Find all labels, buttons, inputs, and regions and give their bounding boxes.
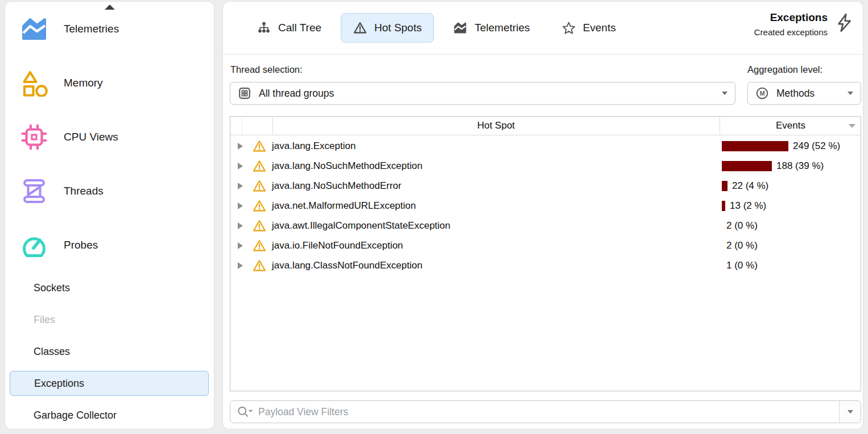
expand-arrow-icon[interactable] xyxy=(238,222,243,229)
sidebar-item-label: Sockets xyxy=(34,282,70,294)
thread-selection-label: Thread selection: xyxy=(230,64,303,75)
hotspot-name: java.lang.NoSuchMethodError xyxy=(272,180,402,192)
column-header-events[interactable]: Events xyxy=(720,117,862,135)
expand-arrow-icon[interactable] xyxy=(238,202,243,209)
chevron-down-icon xyxy=(848,92,853,95)
expand-arrow-icon[interactable] xyxy=(238,262,243,269)
sidebar-item-telemetries[interactable]: Telemetries xyxy=(5,2,214,56)
exception-warning-icon xyxy=(253,259,266,272)
table-row[interactable]: java.io.FileNotFoundException 2 (0 %) xyxy=(230,235,861,255)
expand-arrow-icon[interactable] xyxy=(238,242,243,249)
payload-filter-bar xyxy=(230,400,861,423)
telemetries-icon xyxy=(20,15,48,43)
chevron-down-icon xyxy=(848,410,853,414)
view-tabs-bar: Call Tree Hot Spots Telemetries Events E… xyxy=(223,2,863,55)
page-subtitle: Created exceptions xyxy=(754,27,828,37)
sidebar-item-classes[interactable]: Classes xyxy=(5,336,214,367)
tab-label: Telemetries xyxy=(474,22,530,34)
sidebar-item-files: Files xyxy=(5,304,214,336)
view-tabs: Call Tree Hot Spots Telemetries Events xyxy=(245,13,635,43)
exception-warning-icon xyxy=(253,239,266,253)
hotspot-name: java.awt.IllegalComponentStateException xyxy=(272,220,450,232)
events-value: 2 (0 %) xyxy=(726,220,758,232)
table-header: Hot Spot Events xyxy=(230,117,861,135)
exception-warning-icon xyxy=(253,199,266,213)
tab-call-tree[interactable]: Call Tree xyxy=(245,13,334,43)
threads-icon xyxy=(20,177,48,205)
telemetries-tab-icon xyxy=(453,21,467,35)
sidebar-item-label: CPU Views xyxy=(64,131,118,143)
exception-warning-icon xyxy=(253,159,266,173)
events-bar xyxy=(722,161,772,171)
table-rows: java.lang.Exception 249 (52 %) java.lang… xyxy=(230,136,861,275)
table-row[interactable]: java.net.MalformedURLException 13 (2 %) xyxy=(230,196,861,216)
sidebar-item-label: Files xyxy=(34,314,55,326)
sort-descending-icon[interactable] xyxy=(849,124,855,128)
hotspot-name: java.lang.NoSuchMethodException xyxy=(272,160,423,172)
events-bar xyxy=(722,201,725,211)
thread-selection-value: All thread groups xyxy=(259,88,334,100)
exception-warning-icon xyxy=(253,139,266,153)
sidebar-sub-items: Sockets Files Classes Exceptions Garbage… xyxy=(5,272,214,431)
table-row[interactable]: java.lang.ClassNotFoundException 1 (0 %) xyxy=(230,255,861,275)
methods-icon: M xyxy=(755,86,769,100)
exception-warning-icon xyxy=(253,179,266,193)
search-filter-icon[interactable] xyxy=(237,406,254,418)
events-cell: 22 (4 %) xyxy=(722,176,768,196)
sidebar-item-label: Exceptions xyxy=(34,378,84,390)
exception-warning-icon xyxy=(253,219,266,233)
hotspot-name: java.io.FileNotFoundException xyxy=(272,240,403,251)
events-value: 1 (0 %) xyxy=(726,260,758,271)
expand-arrow-icon[interactable] xyxy=(238,143,243,150)
sidebar-item-threads[interactable]: Threads xyxy=(5,164,214,218)
table-row[interactable]: java.lang.NoSuchMethodException 188 (39 … xyxy=(230,156,861,176)
svg-text:M: M xyxy=(760,90,765,97)
sidebar: Telemetries Memory CPU Views Threads Pro… xyxy=(5,1,214,429)
expand-arrow-icon[interactable] xyxy=(238,163,243,170)
view-title-block: Exceptions Created exceptions xyxy=(754,11,828,37)
probes-icon xyxy=(20,232,48,259)
sidebar-item-cpu-views[interactable]: CPU Views xyxy=(5,110,214,164)
call-tree-icon xyxy=(257,21,271,35)
events-cell: 13 (2 %) xyxy=(722,196,766,216)
events-value: 249 (52 %) xyxy=(793,140,840,152)
thread-groups-icon xyxy=(238,86,251,100)
table-row[interactable]: java.awt.IllegalComponentStateException … xyxy=(230,216,861,235)
events-cell: 2 (0 %) xyxy=(722,216,758,235)
events-value: 13 (2 %) xyxy=(730,200,766,212)
sidebar-item-garbage-collector[interactable]: Garbage Collector xyxy=(5,399,214,431)
table-row[interactable]: java.lang.NoSuchMethodError 22 (4 %) xyxy=(230,176,861,196)
sidebar-item-label: Classes xyxy=(34,346,70,358)
cpu-views-icon xyxy=(20,123,48,151)
aggregation-level-dropdown[interactable]: M Methods xyxy=(747,82,861,105)
sidebar-item-label: Memory xyxy=(64,77,103,89)
controls-row: Thread selection: All thread groups Aggr… xyxy=(230,60,861,112)
sidebar-item-memory[interactable]: Memory xyxy=(5,56,214,110)
hotspots-table: Hot Spot Events java.lang.Exception 249 … xyxy=(230,116,861,391)
events-cell: 249 (52 %) xyxy=(722,136,840,156)
tab-telemetries[interactable]: Telemetries xyxy=(441,13,542,43)
star-icon xyxy=(562,21,576,35)
sidebar-item-exceptions[interactable]: Exceptions xyxy=(10,371,209,396)
main-panel: Call Tree Hot Spots Telemetries Events E… xyxy=(222,1,863,429)
tab-hot-spots[interactable]: Hot Spots xyxy=(341,13,434,43)
sidebar-item-probes[interactable]: Probes xyxy=(5,218,214,272)
sidebar-main-items: Telemetries Memory CPU Views Threads Pro… xyxy=(5,2,214,272)
filter-dropdown-button[interactable] xyxy=(839,401,861,423)
aggregation-level-value: Methods xyxy=(776,88,815,100)
sidebar-item-label: Probes xyxy=(64,239,98,251)
events-bar xyxy=(722,141,788,151)
column-header-hotspot[interactable]: Hot Spot xyxy=(272,117,720,135)
expand-arrow-icon[interactable] xyxy=(238,183,243,189)
bolt-icon xyxy=(834,13,854,32)
events-cell: 1 (0 %) xyxy=(722,255,758,275)
table-row[interactable]: java.lang.Exception 249 (52 %) xyxy=(230,136,861,156)
hotspot-name: java.lang.ClassNotFoundException xyxy=(272,260,423,271)
events-value: 22 (4 %) xyxy=(732,180,768,192)
hotspot-name: java.lang.Exception xyxy=(272,140,356,152)
memory-icon xyxy=(20,69,48,97)
tab-events[interactable]: Events xyxy=(549,13,629,43)
payload-filter-input[interactable] xyxy=(258,401,839,423)
sidebar-item-sockets[interactable]: Sockets xyxy=(5,272,214,304)
thread-selection-dropdown[interactable]: All thread groups xyxy=(230,82,735,105)
